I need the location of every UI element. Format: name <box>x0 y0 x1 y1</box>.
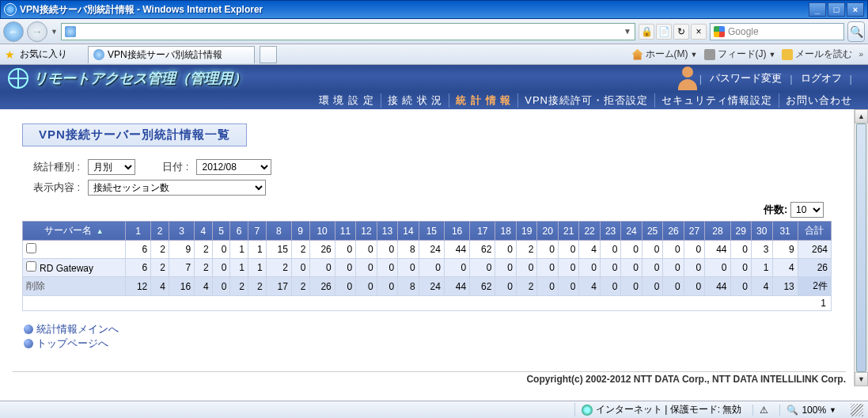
mail-menu[interactable]: メールを読む <box>782 48 852 61</box>
password-change-link[interactable]: パスワード変更 <box>707 71 785 86</box>
col-day[interactable]: 21 <box>558 222 578 241</box>
col-day[interactable]: 24 <box>621 222 642 241</box>
globe-icon <box>582 405 593 416</box>
back-button[interactable]: ← <box>3 21 24 42</box>
data-cell: 0 <box>663 241 684 259</box>
browser-tab[interactable]: VPN接続サーバ別統計情報 <box>88 46 255 63</box>
scroll-up-arrow[interactable]: ▲ <box>855 109 868 124</box>
browser-nav-toolbar: ← → ▼ ▼ 🔒 📄 ↻ × Google 🔍 <box>0 19 868 44</box>
zoom-control[interactable]: 🔍100%▼ <box>779 405 843 416</box>
count-select[interactable]: 10 <box>790 202 824 218</box>
lock-icon[interactable]: 🔒 <box>639 24 654 40</box>
col-day[interactable]: 11 <box>335 222 355 241</box>
new-tab-button[interactable] <box>260 46 277 63</box>
status-security[interactable]: ⚠ <box>752 405 775 416</box>
favorites-star-icon[interactable]: ★ <box>5 48 15 61</box>
col-day[interactable]: 9 <box>291 222 309 241</box>
search-button[interactable]: 🔍 <box>847 21 865 42</box>
col-day[interactable]: 2 <box>151 222 169 241</box>
col-day[interactable]: 7 <box>248 222 267 241</box>
col-day[interactable]: 3 <box>169 222 194 241</box>
scroll-thumb[interactable] <box>856 124 866 372</box>
data-cell: 1 <box>230 259 248 277</box>
compat-view-icon[interactable]: 📄 <box>656 24 672 40</box>
col-day[interactable]: 26 <box>663 222 684 241</box>
delete-link[interactable]: 削除 <box>23 277 126 296</box>
col-day[interactable]: 6 <box>230 222 248 241</box>
display-content-select[interactable]: 接続セッション数 <box>88 180 266 196</box>
data-cell: 26 <box>309 241 335 259</box>
window-titlebar: VPN接続サーバ別統計情報 - Windows Internet Explore… <box>0 0 868 19</box>
col-day[interactable]: 5 <box>212 222 230 241</box>
data-cell: 0 <box>291 259 309 277</box>
col-day[interactable]: 29 <box>730 222 751 241</box>
col-day[interactable]: 31 <box>772 222 798 241</box>
window-minimize-button[interactable]: _ <box>809 2 826 17</box>
nav-env[interactable]: 環 境 設 定 <box>313 93 381 108</box>
logoff-link[interactable]: ログオフ <box>798 71 845 86</box>
total-cell: 8 <box>398 277 419 296</box>
date-select[interactable]: 2012/08 <box>196 159 271 175</box>
refresh-button[interactable]: ↻ <box>673 24 689 40</box>
col-day[interactable]: 30 <box>752 222 772 241</box>
window-maximize-button[interactable]: □ <box>828 2 845 17</box>
toolbar-expand-icon[interactable]: » <box>859 50 863 59</box>
col-day[interactable]: 17 <box>470 222 495 241</box>
col-day[interactable]: 14 <box>398 222 419 241</box>
col-day[interactable]: 22 <box>579 222 600 241</box>
resize-grip[interactable] <box>851 404 863 416</box>
col-day[interactable]: 8 <box>266 222 291 241</box>
data-cell: 0 <box>309 259 335 277</box>
col-day[interactable]: 20 <box>537 222 558 241</box>
total-cell: 26 <box>309 277 335 296</box>
data-cell: 2 <box>195 259 213 277</box>
nav-stat[interactable]: 統 計 情 報 <box>449 93 517 108</box>
col-day[interactable]: 10 <box>309 222 335 241</box>
col-day[interactable]: 18 <box>495 222 516 241</box>
feed-menu[interactable]: フィード(J)▼ <box>704 48 776 61</box>
scroll-down-arrow[interactable]: ▼ <box>855 372 868 386</box>
window-close-button[interactable]: × <box>847 2 864 17</box>
nav-contact[interactable]: お問い合わせ <box>779 93 859 108</box>
top-page-link[interactable]: トップページへ <box>24 336 832 351</box>
vertical-scrollbar[interactable]: ▲ ▼ <box>854 109 868 386</box>
data-cell: 0 <box>356 259 377 277</box>
row-checkbox[interactable] <box>26 261 36 272</box>
address-bar[interactable]: ▼ <box>61 23 635 40</box>
nav-conn[interactable]: 接 続 状 況 <box>381 93 449 108</box>
stat-type-select[interactable]: 月別 <box>88 159 135 175</box>
col-day[interactable]: 15 <box>419 222 444 241</box>
forward-button[interactable]: → <box>27 21 47 42</box>
favorites-label[interactable]: お気に入り <box>20 48 67 61</box>
row-checkbox[interactable] <box>26 243 36 253</box>
address-dropdown-icon[interactable]: ▼ <box>624 27 631 36</box>
stat-main-link[interactable]: 統計情報メインへ <box>24 322 832 336</box>
data-cell: 0 <box>663 259 684 277</box>
col-server[interactable]: サーバー名 ▲ <box>23 222 126 241</box>
home-menu[interactable]: ホーム(M)▼ <box>632 48 698 61</box>
col-day[interactable]: 16 <box>444 222 469 241</box>
nav-vpn[interactable]: VPN接続許可・拒否設定 <box>517 93 654 108</box>
col-day[interactable]: 4 <box>195 222 213 241</box>
search-box[interactable]: Google <box>710 23 844 40</box>
data-cell: 0 <box>558 259 578 277</box>
col-day[interactable]: 25 <box>642 222 662 241</box>
col-sum[interactable]: 合計 <box>798 222 831 241</box>
status-zone[interactable]: インターネット | 保護モード: 無効 <box>574 403 748 416</box>
data-cell: 2 <box>151 259 169 277</box>
data-cell: 0 <box>705 259 730 277</box>
app-title: リモートアクセス管理（管理用） <box>33 69 247 88</box>
nav-history-dropdown[interactable]: ▼ <box>51 28 58 36</box>
app-header: リモートアクセス管理（管理用） | パスワード変更 | ログオフ | <box>0 65 868 92</box>
col-day[interactable]: 27 <box>684 222 704 241</box>
col-day[interactable]: 1 <box>126 222 151 241</box>
col-day[interactable]: 13 <box>377 222 397 241</box>
data-cell: 0 <box>212 259 230 277</box>
col-day[interactable]: 19 <box>516 222 536 241</box>
col-day[interactable]: 28 <box>705 222 730 241</box>
stop-button[interactable]: × <box>691 24 707 40</box>
data-cell: 15 <box>266 241 291 259</box>
nav-sec[interactable]: セキュリティ情報設定 <box>654 93 779 108</box>
col-day[interactable]: 23 <box>600 222 620 241</box>
col-day[interactable]: 12 <box>356 222 377 241</box>
